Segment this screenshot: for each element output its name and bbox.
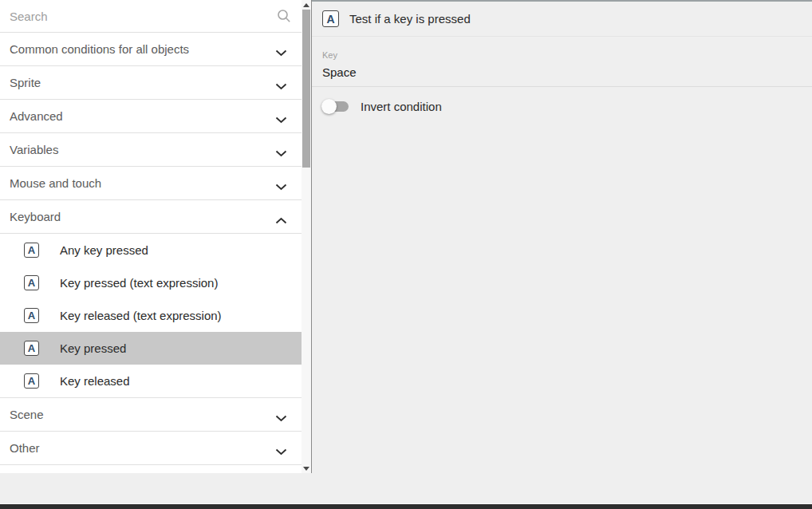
sidebar-section-common-conditions[interactable]: Common conditions for all objects: [0, 33, 302, 66]
search-input[interactable]: [10, 10, 292, 23]
section-label: Sprite: [10, 76, 41, 89]
key-field: Key Space: [312, 37, 812, 87]
invert-condition-toggle[interactable]: [322, 101, 349, 112]
section-label: Mouse and touch: [10, 176, 101, 190]
keyboard-key-icon: A: [24, 341, 39, 356]
section-label: Scene: [10, 408, 44, 421]
condition-header: A Test if a key is pressed: [312, 2, 812, 37]
toggle-knob: [321, 99, 337, 114]
sidebar-section-variables[interactable]: Variables: [0, 133, 302, 167]
scrollbar-up-arrow[interactable]: [302, 0, 311, 10]
keyboard-key-icon: A: [322, 10, 339, 27]
keyboard-key-icon: A: [24, 308, 39, 323]
scrollbar-down-arrow[interactable]: [302, 464, 311, 473]
key-field-label: Key: [322, 50, 812, 60]
sidebar-section-mouse-and-touch[interactable]: Mouse and touch: [0, 167, 302, 200]
condition-item-label: Key released (text expression): [60, 309, 222, 322]
chevron-down-icon: [275, 444, 287, 452]
keyboard-key-icon: A: [24, 243, 39, 258]
condition-item-key-pressed[interactable]: A Key pressed: [0, 332, 302, 365]
condition-item-key-released-text-expression[interactable]: A Key released (text expression): [0, 299, 302, 332]
keyboard-key-icon: A: [24, 275, 39, 290]
chevron-down-icon: [275, 180, 287, 187]
sidebar-section-sprite[interactable]: Sprite: [0, 66, 302, 100]
window-bottom-bar: [0, 503, 812, 509]
keyboard-conditions-group: A Any key pressed A Key pressed (text ex…: [0, 234, 302, 398]
search-icon: [277, 9, 291, 23]
search-bar: [0, 0, 302, 33]
section-label: Other: [10, 441, 40, 455]
condition-editor-dialog: Common conditions for all objects Sprite…: [0, 0, 812, 509]
chevron-down-icon: [275, 45, 287, 53]
section-label: Variables: [10, 143, 58, 156]
section-label: Common conditions for all objects: [10, 42, 189, 56]
sidebar-scrollbar[interactable]: [302, 0, 311, 473]
chevron-down-icon: [275, 146, 287, 153]
condition-item-label: Key released: [60, 374, 130, 388]
condition-item-label: Key pressed: [60, 341, 126, 355]
condition-item-key-pressed-text-expression[interactable]: A Key pressed (text expression): [0, 266, 302, 299]
scrollbar-thumb[interactable]: [302, 10, 310, 168]
invert-condition-row: Invert condition: [312, 100, 812, 113]
conditions-sidebar: Common conditions for all objects Sprite…: [0, 0, 302, 473]
invert-condition-label: Invert condition: [361, 100, 442, 113]
chevron-down-icon: [275, 411, 287, 418]
sidebar-section-keyboard[interactable]: Keyboard: [0, 200, 302, 234]
condition-title: Test if a key is pressed: [349, 12, 471, 26]
condition-item-label: Any key pressed: [60, 243, 148, 257]
condition-item-any-key-pressed[interactable]: A Any key pressed: [0, 234, 302, 266]
chevron-down-icon: [275, 79, 287, 86]
sidebar-section-advanced[interactable]: Advanced: [0, 100, 302, 133]
key-field-value[interactable]: Space: [322, 65, 812, 86]
sidebar-section-other[interactable]: Other: [0, 432, 302, 465]
condition-item-label: Key pressed (text expression): [60, 276, 218, 290]
keyboard-key-icon: A: [24, 373, 39, 389]
section-label: Keyboard: [10, 210, 61, 223]
condition-item-key-released[interactable]: A Key released: [0, 365, 302, 397]
sidebar-section-scene[interactable]: Scene: [0, 398, 302, 432]
chevron-up-icon: [275, 213, 287, 220]
condition-detail-panel: A Test if a key is pressed Key Space Inv…: [312, 0, 812, 503]
chevron-down-icon: [275, 112, 287, 120]
section-label: Advanced: [10, 109, 63, 123]
